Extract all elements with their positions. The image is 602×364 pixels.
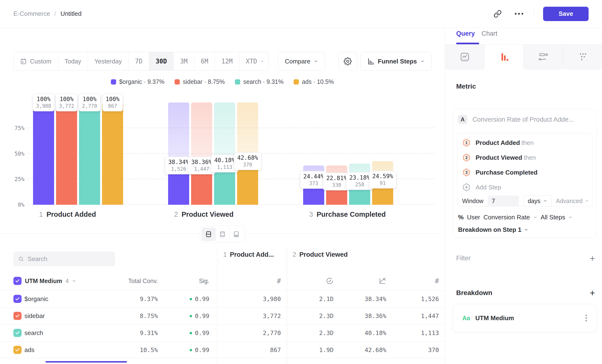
avg-time-column-icon[interactable] (326, 277, 333, 285)
metric-step-row[interactable]: 1Product Added then (457, 135, 592, 150)
row-step1-count: 3,980 (263, 290, 281, 308)
breadcrumb-parent[interactable]: E-Commerce (13, 10, 50, 18)
breakdown-item-menu[interactable] (585, 315, 587, 321)
funnel-bar-sidebar[interactable]: 22.81%330 (326, 103, 347, 205)
window-value-input[interactable] (488, 196, 519, 206)
funnel-bar-search[interactable]: 23.18%258 (349, 103, 370, 205)
count-column-icon[interactable]: # (277, 277, 281, 285)
table-step2-group-title: 2 Product Viewed (293, 251, 348, 258)
tab-query[interactable]: Query (456, 30, 475, 37)
funnel-steps-card: 1Product Added then2Product Viewed then3… (457, 133, 593, 206)
add-filter-button[interactable]: + (590, 255, 595, 262)
conversion-column-icon[interactable] (379, 277, 386, 285)
window-unit-select[interactable]: days (523, 195, 552, 207)
horizontal-scrollbar[interactable] (45, 361, 127, 363)
legend-label: $organic · 9.37% (119, 78, 164, 85)
legend-swatch (175, 79, 180, 85)
row-checkbox[interactable] (13, 312, 22, 320)
conversion-bar (33, 103, 54, 205)
measure-select[interactable]: Conversion Rate (484, 214, 530, 221)
tab-flow-chart[interactable] (524, 44, 563, 69)
breakdown-item-card[interactable]: Aa UTM Medium (452, 304, 597, 332)
add-step-button[interactable]: Add Step (457, 180, 592, 195)
breakdown-heading: Breakdown (456, 289, 492, 297)
tab-journey-chart[interactable] (563, 44, 602, 69)
date-range-yesterday[interactable]: Yesterday (88, 52, 129, 70)
legend-item[interactable]: sidebar · 8.75% (175, 78, 225, 85)
metric-step-label: Product Viewed (476, 154, 522, 161)
layout-toggle-split-horizontal[interactable] (202, 227, 215, 241)
entity-label[interactable]: User (467, 214, 480, 221)
compare-button[interactable]: Compare (278, 52, 325, 71)
funnel-bar-ads[interactable]: 24.59%91 (372, 103, 393, 205)
layout-toggle-split-vertical[interactable] (215, 227, 229, 241)
total-conv-header[interactable]: Total Conv. (128, 278, 158, 285)
breakdown-count: 4 (66, 278, 69, 285)
count-column-icon[interactable]: # (435, 277, 439, 285)
funnel-bar-ads[interactable]: 100%867 (102, 103, 123, 205)
date-range-30d[interactable]: 30D (149, 52, 174, 70)
metric-step-row[interactable]: 3Purchase Completed (457, 165, 592, 180)
date-range-6m[interactable]: 6M (194, 52, 215, 70)
chart-toolbar: CustomTodayYesterday7D30D3M6M12MXTD Comp… (13, 52, 431, 71)
funnel-bar-$organic[interactable]: 38.34%1,526 (168, 103, 189, 205)
row-checkbox[interactable] (13, 329, 22, 337)
breakdown-column-header[interactable]: UTM Medium 4 (13, 273, 76, 289)
select-all-checkbox[interactable] (13, 277, 22, 285)
chart-settings-button[interactable] (338, 52, 357, 71)
funnel-bar-sidebar[interactable]: 100%3,772 (56, 103, 77, 205)
table-row[interactable]: sidebar8.75%0.993,7722.3D38.36%1,447 (0, 307, 445, 324)
date-range-label: 3M (180, 58, 187, 65)
row-checkbox[interactable] (13, 295, 22, 303)
funnel-bar-search[interactable]: 100%2,770 (79, 103, 100, 205)
share-link-button[interactable] (491, 7, 504, 21)
date-range-today[interactable]: Today (58, 52, 88, 70)
table-row[interactable]: ads10.5%0.998671.9D42.68%370 (0, 341, 445, 358)
chevron-down-icon (524, 228, 528, 232)
legend-item[interactable]: search · 9.31% (235, 78, 283, 85)
measured-as-row: % User Conversion Rate All Steps (458, 214, 572, 221)
breakdown-on-step-select[interactable]: Breakdown on Step 1 (458, 226, 528, 234)
funnel-bar-sidebar[interactable]: 38.36%1,447 (191, 103, 212, 205)
chevron-down-icon (314, 59, 318, 64)
filter-section: Filter + (456, 255, 595, 262)
table-row[interactable]: $organic9.37%0.993,9802.1D38.34%1,526 (0, 290, 445, 307)
save-button[interactable]: Save (543, 7, 589, 21)
tab-insights-chart[interactable] (445, 44, 484, 69)
metric-step-row[interactable]: 2Product Viewed then (457, 150, 592, 165)
metric-title-row[interactable]: A Conversion Rate of Product Adde... (458, 115, 592, 124)
add-breakdown-button[interactable]: + (590, 289, 595, 297)
funnel-bar-search[interactable]: 40.18%1,113 (214, 103, 235, 205)
metric-title[interactable]: Conversion Rate of Product Adde... (473, 116, 574, 123)
breadcrumb-current[interactable]: Untitled (60, 10, 81, 18)
breakdown-on-label: Breakdown on Step 1 (458, 226, 521, 234)
steps-scope-select[interactable]: All Steps (541, 214, 565, 221)
date-range-xtd[interactable]: XTD (239, 52, 269, 70)
table-row[interactable]: search9.31%0.992,7702.3D40.18%1,113 (0, 324, 445, 341)
conversion-bar (102, 103, 123, 205)
conversion-bar (56, 103, 77, 205)
layout-toggle-panel-bottom[interactable] (229, 227, 243, 241)
more-options-button[interactable] (515, 13, 523, 15)
sig-header[interactable]: Sig. (199, 278, 209, 285)
date-range-custom[interactable]: Custom (14, 52, 58, 70)
advanced-toggle[interactable]: Advanced (556, 198, 589, 204)
gear-icon (344, 57, 352, 65)
date-range-12m[interactable]: 12M (215, 52, 239, 70)
row-checkbox[interactable] (13, 346, 22, 354)
sig-dot (190, 349, 192, 351)
funnel-bar-ads[interactable]: 42.68%370 (237, 103, 258, 205)
funnel-bar-$organic[interactable]: 100%3,980 (33, 103, 54, 205)
funnel-bar-$organic[interactable]: 24.44%373 (303, 103, 324, 205)
legend-item[interactable]: ads · 10.5% (294, 78, 334, 85)
date-range-3m[interactable]: 3M (174, 52, 194, 70)
chart-type-select[interactable]: Funnel Steps (360, 52, 431, 71)
legend-item[interactable]: $organic · 9.37% (111, 78, 164, 85)
step-axis-label: 2Product Viewed (174, 211, 234, 218)
y-axis-tick: 0% (5, 202, 24, 208)
search-input[interactable] (28, 255, 110, 263)
tab-funnel-chart[interactable] (484, 44, 524, 69)
date-range-7d[interactable]: 7D (129, 52, 149, 70)
chevron-down-icon (72, 279, 76, 283)
tab-chart[interactable]: Chart (482, 30, 497, 37)
